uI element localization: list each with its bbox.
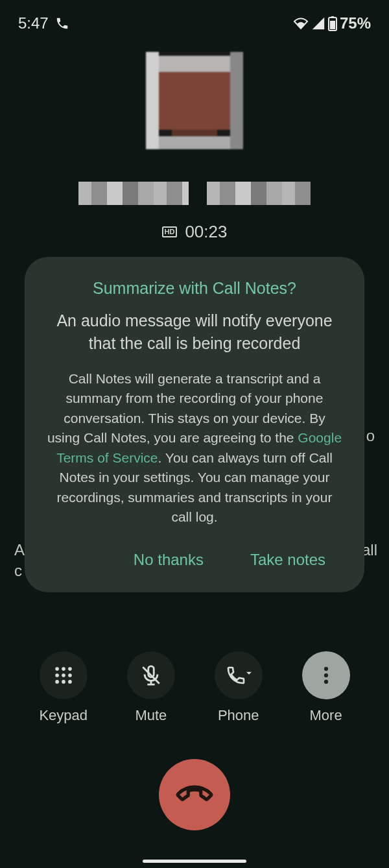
call-duration: 00:23 <box>185 222 227 242</box>
status-right: 75% <box>293 14 371 32</box>
svg-point-7 <box>62 673 65 677</box>
status-bar: 5:47 75% <box>0 0 389 39</box>
name-redacted-1 <box>78 182 189 205</box>
avatar <box>146 52 243 149</box>
dialog-subtitle: An audio message will notify everyone th… <box>43 309 346 355</box>
dialog-title: Summarize with Call Notes? <box>43 279 346 298</box>
svg-point-3 <box>55 667 59 671</box>
svg-point-10 <box>62 680 65 684</box>
end-call-button[interactable] <box>159 759 230 830</box>
battery-percent: 75% <box>340 14 371 32</box>
bg-text-fragment: c <box>14 562 22 580</box>
battery-icon <box>328 16 337 31</box>
bg-text-fragment: o <box>366 427 375 445</box>
more-button[interactable]: More <box>302 651 350 724</box>
call-notes-dialog: Summarize with Call Notes? An audio mess… <box>25 257 364 592</box>
hd-badge: HD <box>162 226 178 237</box>
hangup-icon <box>172 772 218 818</box>
svg-point-14 <box>324 667 327 671</box>
name-redacted-2 <box>207 182 311 205</box>
keypad-button[interactable]: Keypad <box>39 651 88 724</box>
dialog-body: Call Notes will generate a transcript an… <box>43 369 346 527</box>
mute-icon <box>140 664 162 686</box>
more-icon <box>315 664 337 686</box>
mute-button[interactable]: Mute <box>127 651 175 724</box>
phone-icon <box>55 16 69 30</box>
svg-point-8 <box>68 673 72 677</box>
svg-point-6 <box>55 673 59 677</box>
contact-name <box>0 182 389 205</box>
phone-audio-button[interactable]: Phone <box>215 651 263 724</box>
call-controls: Keypad Mute Phone More <box>0 651 389 724</box>
dialog-actions: No thanks Take notes <box>43 542 346 582</box>
bg-text-fragment: A <box>14 541 25 559</box>
keypad-icon <box>53 664 75 686</box>
phone-audio-icon <box>226 664 252 686</box>
mute-label: Mute <box>135 707 167 724</box>
dialog-body-pre: Call Notes will generate a transcript an… <box>47 371 325 445</box>
clock: 5:47 <box>18 14 49 32</box>
keypad-label: Keypad <box>39 707 88 724</box>
svg-rect-1 <box>331 16 334 18</box>
home-indicator[interactable] <box>143 860 246 863</box>
call-timer-row: HD 00:23 <box>0 222 389 242</box>
svg-point-9 <box>55 680 59 684</box>
wifi-icon <box>293 16 309 31</box>
status-left: 5:47 <box>18 14 69 32</box>
signal-icon <box>311 16 325 30</box>
svg-point-11 <box>68 680 72 684</box>
svg-rect-2 <box>330 21 335 29</box>
svg-point-5 <box>68 667 72 671</box>
svg-point-15 <box>324 673 327 677</box>
phone-audio-label: Phone <box>218 707 259 724</box>
more-label: More <box>310 707 342 724</box>
take-notes-button[interactable]: Take notes <box>237 542 338 578</box>
no-thanks-button[interactable]: No thanks <box>121 542 217 578</box>
svg-point-4 <box>62 667 65 671</box>
svg-point-16 <box>324 680 327 684</box>
